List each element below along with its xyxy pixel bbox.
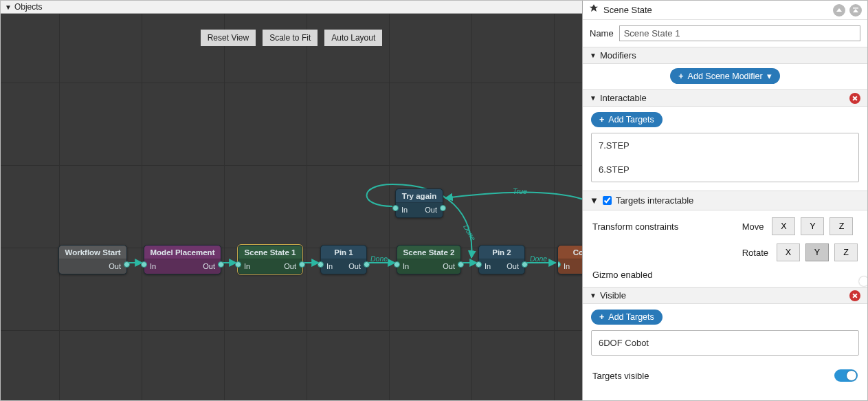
section-interactable: ▼ Interactable — [583, 89, 867, 107]
port-in-icon[interactable] — [392, 205, 399, 211]
reset-view-button[interactable]: Reset View — [201, 30, 256, 46]
node-ports: InOut — [144, 259, 221, 274]
caret-down-icon: ▼ — [590, 52, 597, 59]
port-out-icon[interactable] — [299, 261, 305, 268]
list-item[interactable]: 6.STEP — [592, 158, 858, 182]
plus-icon: + — [678, 72, 683, 81]
port-in-icon[interactable] — [394, 261, 400, 268]
port-out-label: Out — [203, 262, 215, 270]
node-ports: In — [558, 259, 582, 274]
port-in-label: In — [326, 262, 333, 270]
graph-toolbar: Reset View Scale to Fit Auto Layout — [1, 30, 582, 46]
graph-node-pin1[interactable]: Pin 1InOut — [320, 245, 367, 274]
port-in-icon[interactable] — [141, 261, 147, 268]
chevron-down-icon: ▾ — [767, 71, 772, 81]
port-out-icon[interactable] — [124, 261, 130, 268]
add-scene-modifier-button[interactable]: + Add Scene Modifier ▾ — [670, 68, 779, 84]
port-in-label: In — [150, 262, 156, 270]
add-targets-interactable-button[interactable]: + Add Targets — [591, 112, 663, 127]
port-in-label: In — [244, 262, 250, 270]
gizmo-label: Gizmo enabled — [592, 270, 742, 280]
node-ports: InOut — [321, 259, 366, 274]
port-out-icon[interactable] — [364, 261, 370, 268]
caret-down-icon: ▼ — [590, 195, 599, 206]
node-title: Con — [558, 246, 582, 259]
port-out-label: Out — [348, 262, 361, 270]
nav-up-button[interactable] — [833, 4, 845, 17]
rotate-x-button[interactable]: X — [777, 243, 800, 261]
targets-interactable-row[interactable]: ▼ Targets interactable — [583, 191, 867, 210]
interactable-targets-list: 7.STEP 6.STEP — [591, 133, 859, 182]
list-item[interactable]: 7.STEP — [592, 133, 858, 158]
section-visible-title: Visible — [600, 290, 626, 301]
targets-visible-label: Targets visible — [592, 371, 649, 381]
name-label: Name — [590, 28, 614, 39]
graph-node-ss2[interactable]: Scene State 2InOut — [397, 245, 461, 274]
inspector-panel: Scene State Name ▼ Modifiers + Add Scene… — [582, 1, 867, 400]
port-in-icon[interactable] — [318, 261, 324, 268]
targets-interactable-label: Targets interactable — [616, 195, 693, 206]
section-interactable-header[interactable]: ▼ Interactable — [583, 90, 867, 106]
add-targets-visible-button[interactable]: + Add Targets — [591, 310, 663, 325]
port-out-icon[interactable] — [218, 261, 224, 268]
node-ports: InOut — [479, 259, 524, 274]
rotate-y-button[interactable]: Y — [805, 243, 829, 261]
graph-node-pin2[interactable]: Pin 2InOut — [478, 245, 525, 274]
section-interactable-title: Interactable — [600, 93, 647, 103]
rotate-z-button[interactable]: Z — [834, 243, 858, 261]
scale-to-fit-button[interactable]: Scale to Fit — [263, 30, 318, 46]
node-title: Pin 1 — [321, 246, 366, 259]
transform-constraints-label: Transform constraints — [592, 221, 742, 232]
section-visible: ▼ Visible — [583, 287, 867, 304]
plus-icon: + — [599, 312, 604, 322]
caret-down-icon: ▼ — [590, 94, 597, 102]
port-out-label: Out — [109, 262, 121, 270]
section-visible-header[interactable]: ▼ Visible — [583, 288, 867, 303]
section-modifiers-title: Modifiers — [600, 50, 636, 61]
targets-interactable-checkbox[interactable] — [603, 196, 612, 205]
port-out-label: Out — [507, 262, 519, 270]
port-out-icon[interactable] — [440, 205, 446, 211]
remove-interactable-button[interactable] — [849, 93, 860, 104]
node-ports: InOut — [397, 259, 460, 274]
move-z-button[interactable]: Z — [830, 217, 853, 235]
graph-node-model[interactable]: Model PlacementInOut — [144, 245, 221, 274]
node-title: Scene State 1 — [238, 246, 302, 259]
node-title: Model Placement — [144, 246, 221, 259]
node-ports: InOut — [396, 203, 443, 217]
section-modifiers-header[interactable]: ▼ Modifiers — [583, 47, 867, 63]
port-out-icon[interactable] — [522, 261, 528, 268]
graph-node-cond[interactable]: ConIn — [557, 245, 582, 274]
targets-visible-toggle[interactable] — [834, 369, 858, 382]
list-item[interactable]: 6DOF Cobot — [592, 331, 858, 355]
port-in-label: In — [403, 262, 409, 270]
graph-node-wfstart[interactable]: Workflow StartOut — [58, 245, 127, 274]
port-in-icon[interactable] — [476, 261, 482, 268]
port-out-label: Out — [443, 262, 455, 270]
section-modifiers: ▼ Modifiers — [583, 47, 867, 64]
nav-top-button[interactable] — [849, 4, 862, 17]
node-ports: Out — [59, 259, 126, 274]
graph-node-ss1[interactable]: Scene State 1InOut — [238, 245, 302, 274]
graph-canvas[interactable] — [1, 14, 582, 400]
name-input[interactable] — [619, 25, 860, 41]
port-in-icon[interactable] — [235, 261, 241, 268]
node-title: Scene State 2 — [397, 246, 460, 259]
rotate-label: Rotate — [742, 248, 768, 258]
move-y-button[interactable]: Y — [801, 217, 824, 235]
caret-down-icon: ▼ — [5, 3, 12, 11]
port-out-icon[interactable] — [458, 261, 464, 268]
node-title: Try again — [396, 189, 443, 203]
graph-node-try[interactable]: Try againInOut — [395, 188, 443, 218]
port-in-label: In — [564, 262, 570, 270]
node-title: Pin 2 — [479, 246, 524, 259]
auto-layout-button[interactable]: Auto Layout — [324, 30, 382, 46]
visible-targets-list: 6DOF Cobot — [591, 330, 859, 356]
port-in-label: In — [401, 206, 408, 214]
graph-header[interactable]: ▼ Objects — [1, 1, 582, 14]
move-x-button[interactable]: X — [772, 217, 795, 235]
plus-icon: + — [599, 115, 604, 124]
move-label: Move — [742, 221, 764, 232]
port-out-label: Out — [425, 206, 437, 214]
remove-visible-button[interactable] — [849, 290, 860, 301]
